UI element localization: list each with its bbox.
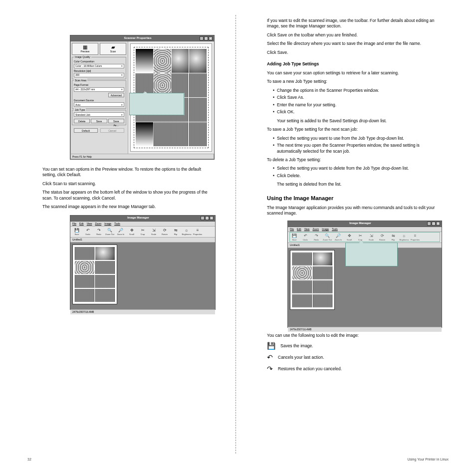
document-source-label: Document Source: [74, 99, 124, 102]
tool-flip[interactable]: ⇋Flip: [170, 227, 181, 237]
scanner-controls-panel: ▦ Preview ▰ Scan Image Quality Color Com…: [70, 41, 128, 154]
undo-icon: ↶: [86, 228, 90, 233]
job-type-select[interactable]: Standard Job▾: [74, 112, 124, 117]
imgmgr-title: Image Manager: [293, 222, 427, 226]
image-manager-window-right: Image Manager _ ▢ × File Edit View Zoom …: [287, 221, 442, 328]
menu-edit[interactable]: Edit: [79, 222, 84, 226]
menu-tools[interactable]: Tools: [114, 222, 120, 226]
menu-image[interactable]: Image: [104, 222, 111, 226]
imgmgr-canvas[interactable]: [70, 242, 215, 309]
document-tab[interactable]: Untitled1: [290, 243, 300, 247]
tool-properties[interactable]: ≡Properties: [192, 227, 203, 237]
job-save-button[interactable]: Save: [91, 119, 107, 123]
scan-button[interactable]: ▰ Scan: [100, 43, 126, 55]
undo-icon: ↶: [267, 353, 273, 362]
tool-flip[interactable]: ⇋Flip: [388, 233, 399, 242]
tool-undo[interactable]: ↶Undo: [82, 227, 93, 237]
scale-icon: ⇲: [152, 228, 156, 233]
color-composition-select[interactable]: Color - 16 Million Colors▾: [74, 64, 124, 68]
page-footer: 32 Using Your Printer in Linux: [27, 458, 449, 461]
advanced-button[interactable]: Advanced: [108, 93, 124, 97]
imgmgr-tabstrip: Untitled1: [70, 238, 215, 242]
menu-zoom[interactable]: Zoom: [95, 222, 101, 226]
left-p2: Click Scan to start scanning.: [42, 181, 210, 187]
maximize-button[interactable]: ▢: [204, 36, 208, 40]
tool-save[interactable]: 💾Save: [289, 233, 300, 242]
imgmgr-title: Image Manager: [76, 216, 201, 220]
page-format-select[interactable]: A4 - 210x297 mm▾: [74, 87, 124, 92]
flip-icon: ⇋: [174, 228, 178, 233]
right-p3: Select the file directory where you want…: [267, 41, 437, 46]
tool-undo[interactable]: ↶Undo: [300, 233, 311, 242]
jt-next-2: The next time you open the Scanner Prope…: [273, 143, 437, 154]
document-tab[interactable]: Untitled1: [72, 238, 82, 241]
default-button[interactable]: Default: [74, 128, 98, 133]
tool-save[interactable]: 💾Save: [71, 227, 82, 237]
jt-new-2: Click Save As.: [273, 95, 437, 100]
scanner-properties-window: Scanner Properties _ ▢ × ▦ Preview ▰ Sca…: [70, 35, 215, 160]
flip-icon: ⇋: [392, 234, 395, 238]
menu-tools[interactable]: Tools: [332, 228, 338, 231]
tool-scroll[interactable]: ✥Scroll: [344, 233, 355, 242]
menu-file[interactable]: File: [290, 228, 294, 231]
dropdown-icon: ▾: [121, 64, 123, 68]
imgmgr-titlebar: Image Manager _ ▢ ×: [288, 221, 442, 227]
tool-properties[interactable]: ≡Properties: [410, 233, 421, 242]
job-saveas-button[interactable]: Save As…: [108, 119, 124, 123]
tool-zoom-out[interactable]: 🔍Zoom Out: [104, 227, 115, 237]
menu-file[interactable]: File: [72, 222, 76, 226]
menu-image[interactable]: Image: [322, 228, 329, 231]
tool-zoom-out[interactable]: 🔍Zoom Out: [322, 233, 333, 242]
maximize-button[interactable]: ▢: [432, 222, 436, 226]
imgmgr-toolbar: 💾Save↶Undo↷Redo🔍Zoom Out🔎Zoom In✥Scroll✂…: [70, 227, 215, 238]
imgmgr-status: 2479x3507/16.4MB: [70, 309, 215, 314]
tool-crop[interactable]: ✂Crop: [137, 227, 148, 237]
menu-edit[interactable]: Edit: [297, 228, 301, 231]
maximize-button[interactable]: ▢: [205, 216, 209, 220]
tool-zoom-in[interactable]: 🔎Zoom In: [333, 233, 344, 242]
right-p1: If you want to edit the scanned image, u…: [267, 18, 437, 29]
minimize-button[interactable]: _: [200, 36, 204, 40]
dropdown-icon: ▾: [121, 88, 123, 91]
tool-zoom-in[interactable]: 🔎Zoom In: [115, 227, 126, 237]
close-button[interactable]: ×: [209, 36, 213, 40]
heading-job-type: Adding Job Type Settings: [267, 61, 437, 67]
close-button[interactable]: ×: [210, 216, 214, 220]
tool-rotate[interactable]: ⟳Rotate: [377, 233, 388, 242]
job-delete-button[interactable]: Delete: [74, 119, 90, 123]
tool-redo[interactable]: ↷Redo: [311, 233, 322, 242]
jt-new-heading: To save a new Job Type setting:: [267, 79, 437, 84]
tool-scale[interactable]: ⇲Scale: [366, 233, 377, 242]
scroll-icon: ✥: [348, 234, 351, 238]
minimize-button[interactable]: _: [427, 222, 431, 226]
menu-view[interactable]: View: [304, 228, 310, 231]
scanner-statusbar: Press F1 for Help: [70, 154, 214, 160]
redo-icon: ↷: [315, 234, 318, 238]
scanned-image-thumb[interactable]: [290, 250, 335, 310]
close-button[interactable]: ×: [436, 222, 440, 226]
tool-redo[interactable]: ↷Redo: [93, 227, 104, 237]
tool-scroll[interactable]: ✥Scroll: [126, 227, 137, 237]
scanned-image-thumb[interactable]: [72, 244, 117, 304]
right-column: If you want to edit the scanned image, u…: [244, 15, 444, 374]
cancel-button-disabled: Cancel: [100, 128, 124, 133]
tool-undo-desc: Cancels your last action.: [278, 355, 324, 360]
page-format-label: Page Format: [74, 83, 124, 87]
zoom-out-icon: 🔍: [107, 228, 112, 233]
menu-view[interactable]: View: [87, 222, 92, 226]
heading-using-imgmgr: Using the Image Manager: [267, 195, 437, 202]
menu-zoom[interactable]: Zoom: [312, 228, 319, 231]
image-quality-group: Image Quality Color Composition Color - …: [72, 57, 126, 79]
minimize-button[interactable]: _: [201, 216, 205, 220]
document-source-select[interactable]: Auto▾: [74, 102, 124, 107]
save-icon: 💾: [292, 234, 297, 238]
tools-intro: You can use the following tools to edit …: [267, 333, 437, 338]
resolution-select[interactable]: 300▾: [74, 73, 124, 77]
preview-button[interactable]: ▦ Preview: [72, 43, 98, 55]
tool-scale[interactable]: ⇲Scale: [148, 227, 159, 237]
tool-rotate[interactable]: ⟳Rotate: [159, 227, 170, 237]
imgmgr-menubar: File Edit View Zoom Image Tools: [70, 222, 215, 227]
left-p3: The status bar appears on the bottom lef…: [42, 190, 210, 201]
tool-brightness[interactable]: ☼Brightness: [181, 227, 192, 237]
tool-brightness[interactable]: ☼Brightness: [399, 233, 410, 242]
